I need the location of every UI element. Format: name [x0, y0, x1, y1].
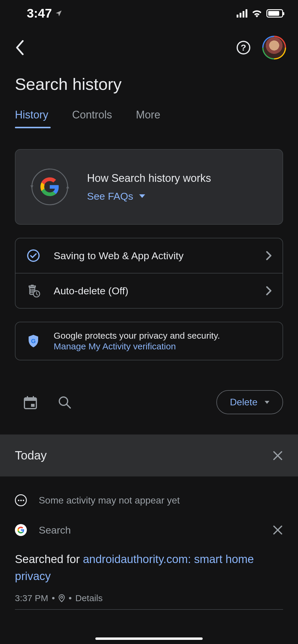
- item-prefix: Searched for: [15, 553, 83, 565]
- home-indicator[interactable]: [95, 637, 203, 640]
- tab-controls[interactable]: Controls: [72, 109, 112, 128]
- meta-dot: •: [69, 593, 72, 603]
- page-title: Search history: [0, 60, 298, 94]
- status-right: [237, 9, 283, 18]
- wifi-icon: [252, 9, 262, 18]
- svg-rect-3: [31, 285, 34, 286]
- setting-label: Saving to Web & App Activity: [54, 250, 253, 262]
- faq-card[interactable]: How Search history works See FAQs: [15, 149, 283, 225]
- delete-button[interactable]: Delete: [216, 390, 283, 414]
- svg-rect-8: [27, 396, 28, 399]
- faq-link[interactable]: See FAQs: [87, 190, 271, 202]
- item-time: 3:37 PM: [15, 593, 48, 603]
- faq-title: How Search history works: [87, 172, 271, 185]
- svg-text:G: G: [31, 338, 36, 344]
- status-bar: 3:47: [0, 0, 298, 27]
- notice-text: Some activity may not appear yet: [39, 495, 180, 506]
- close-icon[interactable]: [272, 525, 283, 535]
- status-clock: 3:47: [27, 6, 52, 21]
- auto-delete-icon: [26, 284, 41, 298]
- history-item[interactable]: Searched for androidauthority.com: smart…: [0, 545, 298, 603]
- svg-rect-9: [33, 396, 34, 399]
- history-item-meta: 3:37 PM • • Details: [15, 593, 283, 603]
- close-icon[interactable]: [272, 450, 283, 461]
- location-arrow-icon: [55, 10, 63, 17]
- chevron-down-icon: [265, 401, 269, 404]
- svg-point-17: [61, 596, 63, 598]
- source-row: Search: [0, 515, 298, 545]
- profile-avatar[interactable]: [262, 36, 286, 60]
- cellular-signal-icon: [237, 9, 247, 18]
- setting-auto-delete[interactable]: Auto-delete (Off): [15, 273, 283, 308]
- faq-link-label: See FAQs: [87, 190, 133, 202]
- source-name: Search: [39, 524, 260, 536]
- app-header: ?: [0, 27, 298, 60]
- faq-text: How Search history works See FAQs: [87, 172, 271, 202]
- divider: [15, 609, 283, 610]
- chevron-right-icon: [266, 286, 272, 296]
- svg-point-2: [28, 250, 39, 261]
- delete-label: Delete: [230, 397, 258, 408]
- back-button[interactable]: [15, 39, 26, 56]
- svg-marker-0: [30, 185, 33, 188]
- notice-row: Some activity may not appear yet: [0, 476, 298, 515]
- setting-web-app-activity[interactable]: Saving to Web & App Activity: [15, 238, 283, 273]
- section-title: Today: [15, 449, 47, 462]
- item-details-link[interactable]: Details: [75, 593, 103, 603]
- svg-marker-1: [66, 185, 69, 188]
- svg-rect-10: [31, 404, 35, 407]
- chevron-down-icon: [139, 194, 145, 198]
- history-item-title: Searched for androidauthority.com: smart…: [15, 551, 283, 585]
- privacy-main-text: Google protects your privacy and securit…: [54, 331, 272, 341]
- content: How Search history works See FAQs Saving…: [0, 128, 298, 360]
- location-pin-icon: [58, 594, 65, 602]
- google-icon: [15, 524, 27, 536]
- more-horizontal-icon: [15, 494, 27, 506]
- status-time: 3:47: [27, 6, 63, 21]
- privacy-text: Google protects your privacy and securit…: [54, 331, 272, 351]
- privacy-link[interactable]: Manage My Activity verification: [54, 341, 272, 351]
- calendar-icon[interactable]: [24, 396, 37, 409]
- svg-line-12: [67, 404, 70, 408]
- google-reload-icon: [27, 165, 72, 209]
- check-circle-icon: [26, 248, 41, 263]
- tab-history[interactable]: History: [15, 109, 48, 128]
- setting-label: Auto-delete (Off): [54, 285, 253, 297]
- header-actions: ?: [237, 36, 286, 60]
- battery-icon: [266, 9, 283, 18]
- meta-dot: •: [52, 593, 55, 603]
- chevron-right-icon: [266, 251, 272, 260]
- section-header-today: Today: [0, 434, 298, 476]
- shield-icon: G: [26, 334, 41, 348]
- settings-card: Saving to Web & App Activity Auto-delete…: [15, 238, 283, 309]
- svg-rect-7: [24, 398, 36, 401]
- tab-more[interactable]: More: [136, 109, 160, 128]
- history-toolbar: Delete: [0, 360, 298, 429]
- search-icon[interactable]: [58, 396, 72, 409]
- tabs: History Controls More: [0, 94, 298, 128]
- privacy-card[interactable]: G Google protects your privacy and secur…: [15, 322, 283, 360]
- help-button[interactable]: ?: [237, 41, 250, 54]
